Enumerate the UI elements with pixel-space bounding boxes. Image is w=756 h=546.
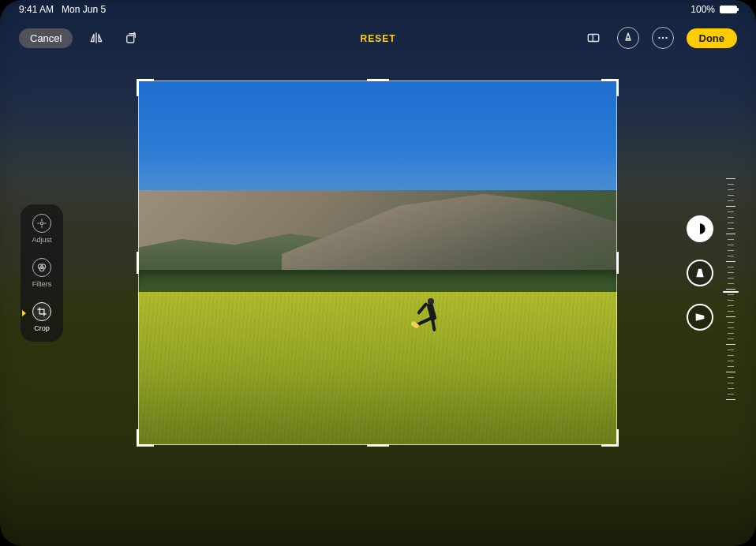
crop-icon	[32, 302, 51, 321]
crop-viewport[interactable]	[138, 80, 617, 445]
ruler-indicator[interactable]	[723, 291, 739, 293]
rotate-button[interactable]	[120, 27, 142, 49]
photo-subject	[421, 286, 444, 333]
svg-rect-1	[588, 35, 599, 42]
photo-preview	[138, 80, 617, 445]
flip-horizontal-button[interactable]	[85, 27, 107, 49]
svg-point-5	[40, 222, 43, 225]
reset-button[interactable]: RESET	[360, 33, 395, 44]
cancel-button[interactable]: Cancel	[19, 28, 73, 48]
editor-toolbar: Cancel RESET Done	[0, 22, 756, 54]
aspect-ratio-button[interactable]	[582, 27, 604, 49]
filters-tab[interactable]: Filters	[32, 258, 52, 288]
svg-point-4	[665, 37, 667, 39]
edit-mode-rail: Adjust Filters Crop	[21, 204, 63, 342]
filters-icon	[32, 258, 51, 277]
horizontal-perspective-button[interactable]	[687, 304, 713, 331]
svg-point-3	[661, 37, 663, 39]
status-date: Mon Jun 5	[62, 4, 106, 15]
vertical-perspective-button[interactable]	[687, 260, 713, 286]
crop-label: Crop	[34, 324, 50, 332]
adjust-icon	[32, 214, 51, 233]
adjust-label: Adjust	[32, 236, 51, 244]
more-button[interactable]	[652, 27, 674, 49]
svg-rect-0	[127, 36, 134, 43]
status-bar: 9:41 AM Mon Jun 5 100%	[0, 0, 756, 19]
battery-icon	[720, 6, 737, 13]
crop-controls	[687, 215, 713, 331]
battery-percent: 100%	[691, 4, 715, 15]
svg-point-2	[658, 37, 660, 39]
filters-label: Filters	[32, 280, 52, 288]
markup-button[interactable]	[617, 27, 639, 49]
done-button[interactable]: Done	[687, 28, 738, 48]
straighten-ruler[interactable]	[723, 178, 739, 404]
status-time: 9:41 AM	[19, 4, 54, 15]
adjust-tab[interactable]: Adjust	[32, 214, 51, 244]
crop-tab[interactable]: Crop	[32, 302, 51, 332]
straighten-button[interactable]	[687, 215, 713, 242]
